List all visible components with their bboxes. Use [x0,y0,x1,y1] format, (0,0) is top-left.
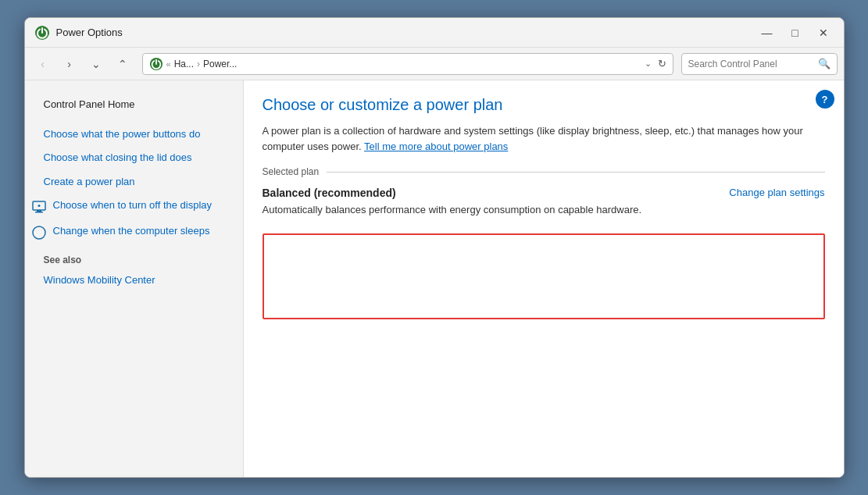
help-button[interactable]: ? [816,90,834,109]
highlight-box [263,233,825,319]
sidebar-item-closing-lid[interactable]: Choose what closing the lid does [25,146,243,169]
sleep-icon [31,225,47,240]
plan-row: Balanced (recommended) Change plan setti… [263,187,825,199]
create-plan-label: Create a power plan [44,175,135,189]
power-options-window: Power Options — □ ✕ ‹ › ⌄ ⌃ « Ha... [24,17,845,478]
sidebar: Control Panel Home Choose what the power… [25,80,244,477]
tell-me-more-link[interactable]: Tell me more about power plans [364,141,508,152]
svg-rect-3 [37,210,41,212]
description-text: A power plan is a collection of hardware… [263,125,803,152]
window-controls: — □ ✕ [756,24,834,41]
change-plan-settings-link[interactable]: Change plan settings [729,187,824,198]
back-arrow-icon: ‹ [41,58,45,70]
close-button[interactable]: ✕ [813,24,834,41]
navigation-bar: ‹ › ⌄ ⌃ « Ha... › Power... ⌄ ↻ 🔍 [25,48,844,80]
search-input[interactable] [688,59,813,69]
address-part2: Power... [203,59,237,69]
address-separator: › [197,59,200,69]
forward-arrow-icon: › [67,58,71,70]
down-arrow-icon: ⌄ [91,58,101,70]
page-description: A power plan is a collection of hardware… [263,123,825,154]
sidebar-item-create-plan[interactable]: Create a power plan [25,170,243,194]
sidebar-item-home[interactable]: Control Panel Home [25,93,243,116]
turn-off-display-label: Choose when to turn off the display [53,198,213,212]
search-bar[interactable]: 🔍 [681,53,838,75]
address-bar[interactable]: « Ha... › Power... ⌄ ↻ [142,53,673,75]
address-dropdown-button[interactable]: ⌄ [645,59,652,69]
address-prefix: « [166,59,171,69]
power-buttons-label: Choose what the power buttons do [44,127,201,141]
back-button[interactable]: ‹ [31,53,55,75]
sidebar-item-power-buttons[interactable]: Choose what the power buttons do [25,123,243,146]
see-also-heading: See also [25,245,243,269]
mobility-center-label: Windows Mobility Center [44,273,155,287]
plan-name: Balanced (recommended) [263,187,396,199]
power-options-icon [34,25,50,41]
selected-plan-label: Selected plan [263,166,825,177]
content-panel: ? Choose or customize a power plan A pow… [244,80,844,477]
forward-button[interactable]: › [58,53,81,75]
main-content: Control Panel Home Choose what the power… [25,80,844,477]
control-panel-home-label: Control Panel Home [44,98,135,112]
svg-rect-4 [35,212,43,213]
plan-description: Automatically balances performance with … [263,202,825,218]
up-arrow-icon: ⌃ [118,58,127,70]
address-icon [149,57,163,71]
maximize-button[interactable]: □ [784,24,806,41]
search-icon[interactable]: 🔍 [818,58,830,69]
sidebar-item-mobility-center[interactable]: Windows Mobility Center [25,269,243,292]
minimize-button[interactable]: — [756,24,778,41]
up-button[interactable]: ⌃ [111,53,134,75]
page-title: Choose or customize a power plan [263,96,825,114]
monitor-icon [31,199,47,215]
closing-lid-label: Choose what closing the lid does [44,151,192,165]
selected-plan-text: Selected plan [263,166,320,177]
computer-sleeps-label: Change when the computer sleeps [53,224,210,238]
svg-point-5 [38,205,40,207]
svg-point-6 [33,226,45,239]
window-title: Power Options [56,27,756,38]
recent-locations-button[interactable]: ⌄ [84,53,108,75]
address-part1: Ha... [174,59,194,69]
title-bar: Power Options — □ ✕ [25,18,844,48]
refresh-button[interactable]: ↻ [658,58,666,69]
sidebar-item-computer-sleeps[interactable]: Change when the computer sleeps [25,219,243,245]
sidebar-item-turn-off-display[interactable]: Choose when to turn off the display [25,194,243,219]
